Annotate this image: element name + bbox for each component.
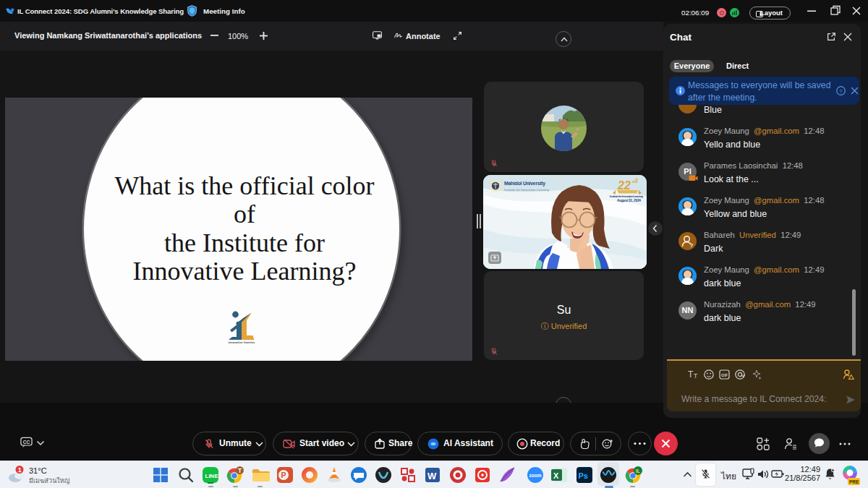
svg-text:?: ? [839, 88, 843, 95]
svg-text:IL: IL [636, 468, 641, 474]
svg-text:PRE: PRE [849, 479, 859, 484]
svg-text:CC: CC [23, 440, 30, 445]
svg-text:X: X [553, 471, 559, 480]
svg-text:GIF: GIF [721, 373, 728, 377]
svg-text:innovative learning: innovative learning [229, 341, 255, 344]
svg-text:LINE: LINE [205, 473, 219, 479]
svg-text:22: 22 [617, 179, 631, 192]
svg-text:zoom: zoom [529, 473, 542, 478]
svg-text:W: W [427, 471, 437, 481]
svg-text:T: T [688, 369, 694, 380]
svg-text:T: T [694, 372, 697, 380]
svg-text:?: ? [690, 242, 694, 249]
svg-text:P: P [281, 471, 286, 479]
svg-text:Institute for Innovative Learn: Institute for Innovative Learning [610, 194, 644, 198]
svg-text:August 31, 2024: August 31, 2024 [617, 199, 641, 202]
svg-text:Institute for Innovation Learn: Institute for Innovation Learning [504, 188, 550, 192]
svg-text:Ps: Ps [579, 471, 588, 480]
svg-text:1: 1 [18, 466, 22, 474]
svg-text:Mahidol University: Mahidol University [504, 181, 545, 187]
svg-text:T: T [238, 467, 242, 474]
